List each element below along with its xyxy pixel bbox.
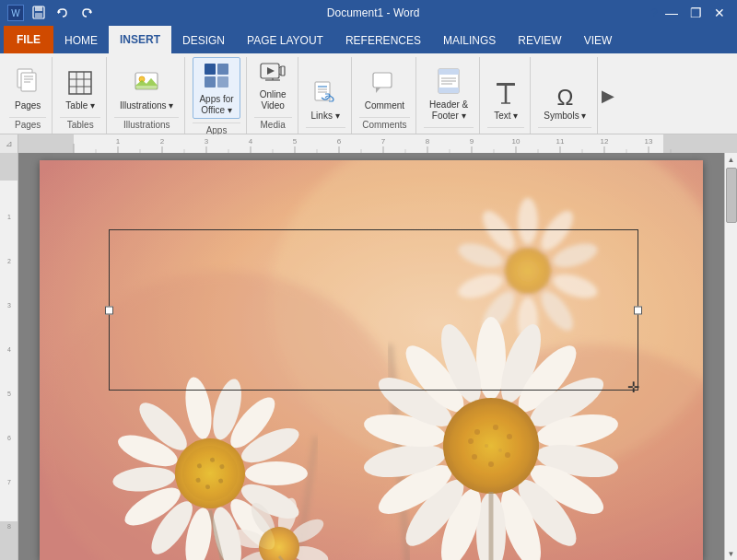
pages-icon xyxy=(16,67,40,99)
svg-text:8: 8 xyxy=(7,523,11,530)
group-items-illustrations: Illustrations ▾ xyxy=(114,57,179,115)
svg-rect-35 xyxy=(439,69,459,75)
group-label-header-footer xyxy=(424,127,474,132)
tab-design[interactable]: DESIGN xyxy=(171,28,236,53)
horizontal-ruler: 1 2 3 4 5 6 7 8 9 10 11 xyxy=(18,134,737,153)
apps-for-office-button[interactable]: Apps forOffice ▾ xyxy=(193,57,240,119)
window-title: Document1 - Word xyxy=(96,6,650,19)
tab-references[interactable]: REFERENCES xyxy=(334,28,432,53)
header-footer-button[interactable]: Header &Footer ▾ xyxy=(424,65,474,123)
svg-rect-23 xyxy=(281,66,285,76)
illustrations-button[interactable]: Illustrations ▾ xyxy=(114,66,179,113)
svg-text:12: 12 xyxy=(601,137,609,146)
svg-rect-20 xyxy=(217,76,228,88)
apps-label: Apps forOffice ▾ xyxy=(199,94,233,116)
tab-mailings[interactable]: MAILINGS xyxy=(432,28,507,53)
scroll-thumb[interactable] xyxy=(726,168,737,223)
svg-text:13: 13 xyxy=(645,137,653,146)
restore-button[interactable]: ❐ xyxy=(685,4,706,22)
svg-text:8: 8 xyxy=(426,137,430,146)
illustrations-icon xyxy=(134,69,159,99)
svg-text:10: 10 xyxy=(512,137,521,146)
symbols-button[interactable]: Ω Symbols ▾ xyxy=(538,84,591,123)
group-label-links xyxy=(306,127,345,132)
table-dropdown-arrow: ▾ xyxy=(90,100,95,111)
group-items-media: OnlineVideo xyxy=(254,57,292,115)
ribbon-group-text: Text ▾ xyxy=(482,57,531,134)
header-footer-icon xyxy=(438,68,460,98)
links-label: Links ▾ xyxy=(311,111,340,122)
comment-button[interactable]: Comment xyxy=(359,68,410,113)
links-icon xyxy=(314,79,336,109)
group-items-header-footer: Header &Footer ▾ xyxy=(424,57,474,125)
svg-rect-36 xyxy=(439,88,459,93)
svg-text:2: 2 xyxy=(7,258,11,264)
scrollbar-vertical[interactable]: ▲ ▼ xyxy=(724,153,737,560)
svg-text:7: 7 xyxy=(381,137,386,146)
ribbon-body: Pages Pages Table ▾ Tables Illustrations… xyxy=(0,53,737,134)
ribbon-group-comments: Comment Comments xyxy=(354,57,416,134)
tab-view[interactable]: VIEW xyxy=(573,28,624,53)
svg-rect-18 xyxy=(217,64,228,75)
group-items-symbols: Ω Symbols ▾ xyxy=(538,57,591,125)
svg-rect-89 xyxy=(0,153,18,181)
ribbon-group-pages: Pages Pages xyxy=(4,57,53,134)
scroll-down-button[interactable]: ▼ xyxy=(725,547,738,560)
apps-icon xyxy=(204,61,229,92)
help-button[interactable]: ? xyxy=(650,6,658,20)
tab-page-layout[interactable]: PAGE LAYOUT xyxy=(236,28,334,53)
table-button[interactable]: Table ▾ xyxy=(60,68,100,113)
group-label-media: Media xyxy=(254,117,292,132)
title-bar-controls: ? — ❐ ✕ xyxy=(650,4,730,22)
table-icon xyxy=(68,71,92,99)
document-area: 1 2 3 4 5 6 7 8 xyxy=(0,153,737,560)
undo-button[interactable] xyxy=(53,4,72,22)
word-icon: W xyxy=(7,5,24,21)
group-label-symbols xyxy=(538,127,591,132)
svg-rect-10 xyxy=(69,72,91,94)
group-label-pages: Pages xyxy=(9,117,46,132)
symbols-label: Symbols ▾ xyxy=(544,111,586,122)
svg-rect-2 xyxy=(35,13,42,18)
svg-text:7: 7 xyxy=(7,479,11,485)
text-button[interactable]: Text ▾ xyxy=(487,76,524,123)
group-items-links: Links ▾ xyxy=(306,57,345,125)
document-page: ✛ xyxy=(40,160,703,560)
online-video-icon xyxy=(260,62,286,88)
redo-button[interactable] xyxy=(77,4,96,22)
title-bar-left: W xyxy=(7,4,96,22)
svg-text:9: 9 xyxy=(470,137,474,146)
ribbon-more: ▶ xyxy=(600,57,616,134)
text-icon xyxy=(496,79,516,109)
scroll-up-button[interactable]: ▲ xyxy=(725,153,738,166)
minimize-button[interactable]: — xyxy=(661,4,682,22)
online-video-button[interactable]: OnlineVideo xyxy=(254,59,292,113)
ribbon-group-media: OnlineVideo Media xyxy=(249,57,298,134)
doc-scroll-area: ✛ xyxy=(18,153,724,560)
tab-home[interactable]: HOME xyxy=(53,28,109,53)
svg-rect-40 xyxy=(497,83,515,86)
group-label-text xyxy=(487,127,524,132)
tab-review[interactable]: REVIEW xyxy=(507,28,572,53)
tab-insert[interactable]: INSERT xyxy=(109,26,171,53)
save-button[interactable] xyxy=(29,4,48,22)
group-label-comments: Comments xyxy=(359,117,410,132)
ruler-container: ⊿ 1 2 3 4 5 6 xyxy=(0,134,737,153)
pages-button[interactable]: Pages xyxy=(9,64,46,113)
svg-text:3: 3 xyxy=(7,302,11,309)
tab-file[interactable]: FILE xyxy=(4,26,53,53)
svg-text:4: 4 xyxy=(249,137,253,146)
close-button[interactable]: ✕ xyxy=(709,4,730,22)
document-image xyxy=(40,160,703,560)
svg-text:1: 1 xyxy=(7,214,11,220)
ribbon-tabs: FILE HOME INSERT DESIGN PAGE LAYOUT REFE… xyxy=(0,26,737,53)
group-items-pages: Pages xyxy=(9,57,46,115)
svg-text:5: 5 xyxy=(7,391,11,397)
svg-rect-19 xyxy=(205,76,216,88)
links-button[interactable]: Links ▾ xyxy=(306,76,345,123)
svg-marker-33 xyxy=(376,88,380,93)
svg-rect-17 xyxy=(205,64,216,75)
ribbon-group-tables: Table ▾ Tables xyxy=(54,57,107,134)
ribbon-expand-button[interactable]: ▶ xyxy=(602,86,614,106)
svg-text:3: 3 xyxy=(205,137,209,146)
